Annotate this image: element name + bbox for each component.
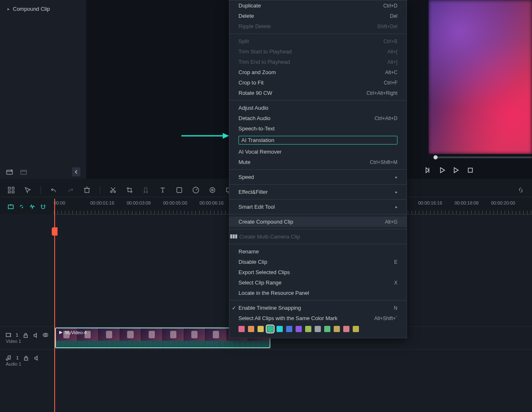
color-swatch[interactable] <box>258 326 264 332</box>
menu-item-effect-filter[interactable]: Effect&Filter▸ <box>229 187 407 197</box>
menu-item-ai-translation[interactable]: AI Translation <box>229 134 407 147</box>
add-track-icon[interactable] <box>7 203 14 210</box>
menu-item-select-all-clips-with-the-same-color-mark[interactable]: Select All Clips with the Same Color Mar… <box>229 313 407 323</box>
menu-item-speech-to-text[interactable]: Speech-to-Text <box>229 123 407 134</box>
color-swatch[interactable] <box>343 326 349 332</box>
mask-icon[interactable] <box>176 186 183 194</box>
track-count: 1 <box>16 332 18 337</box>
menu-item-delete[interactable]: DeleteDel <box>229 11 407 21</box>
menu-item-label: Delete <box>238 13 390 19</box>
menu-item-enable-timeline-snapping[interactable]: ✓Enable Timeline SnappingN <box>229 303 407 313</box>
menu-item-crop-to-fit[interactable]: Crop to FitCtrl+F <box>229 77 407 88</box>
color-swatch[interactable] <box>296 326 302 332</box>
folder-icon[interactable] <box>20 168 27 176</box>
menu-item-ripple-delete: Ripple DeleteShift+Del <box>229 21 407 31</box>
cut-icon[interactable] <box>109 186 117 194</box>
menu-item-label: Duplicate <box>238 2 383 9</box>
svg-rect-1 <box>21 170 26 174</box>
preview-progress[interactable] <box>428 154 532 161</box>
chevron-right-icon: ▸ <box>395 190 397 194</box>
menu-item-rotate-90-cw[interactable]: Rotate 90 CWCtrl+Alt+Right <box>229 88 407 98</box>
menu-item-adjust-audio[interactable]: Adjust Audio <box>229 103 407 113</box>
svg-point-15 <box>212 189 213 191</box>
chevron-left-icon <box>74 170 78 174</box>
new-folder-icon[interactable] <box>6 168 13 176</box>
menu-item-export-selected-clips[interactable]: Export Selected Clips <box>229 267 407 277</box>
text-icon[interactable] <box>159 186 166 194</box>
play-icon[interactable] <box>438 166 446 174</box>
color-swatch[interactable] <box>305 326 311 332</box>
menu-item-create-compound-clip[interactable]: Create Compound ClipAlt+G <box>229 217 407 227</box>
playhead-grip[interactable] <box>52 227 58 236</box>
menu-item-locate-in-the-resource-panel[interactable]: Locate in the Resource Panel <box>229 288 407 298</box>
pointer-icon[interactable] <box>24 186 31 194</box>
color-swatch[interactable] <box>267 326 273 332</box>
menu-item-rename[interactable]: Rename <box>229 246 407 257</box>
prev-frame-icon[interactable] <box>424 166 432 174</box>
svg-rect-20 <box>24 335 27 337</box>
redo-icon[interactable] <box>67 186 74 194</box>
track-content-audio[interactable] <box>54 349 532 372</box>
undo-icon[interactable] <box>50 186 58 194</box>
collapse-sidebar-button[interactable] <box>72 167 80 176</box>
color-swatch[interactable] <box>353 326 359 332</box>
ruler-tick: 00:00:01:16 <box>90 200 114 205</box>
menu-item-shortcut: Ctrl+Alt+Right <box>366 90 397 96</box>
lock-icon[interactable] <box>23 355 29 361</box>
track-name: Video 1 <box>6 339 48 344</box>
menu-item-disable-clip[interactable]: Disable ClipE <box>229 257 407 267</box>
menu-item-label: Ripple Delete <box>238 23 377 29</box>
svg-rect-19 <box>6 333 10 337</box>
ruler-tick: 00:00:20:00 <box>491 200 515 205</box>
menu-item-smart-edit-tool[interactable]: Smart Edit Tool▸ <box>229 202 407 212</box>
slider-track[interactable] <box>433 157 532 158</box>
menu-item-label: Disable Clip <box>238 259 394 265</box>
clip-waveform <box>56 341 270 348</box>
crop-icon[interactable] <box>126 186 133 194</box>
color-swatch[interactable] <box>238 326 245 332</box>
preview-viewport <box>428 0 532 154</box>
svg-rect-23 <box>24 358 28 360</box>
menu-item-shortcut: Alt+C <box>385 70 397 75</box>
track-label-audio: 1 Audio 1 <box>0 353 54 368</box>
color-swatch[interactable] <box>324 326 330 332</box>
sidebar-item-compound-clip[interactable]: ▸ Compound Clip <box>4 3 82 14</box>
color-swatch[interactable] <box>277 326 283 332</box>
menu-item-label: AI Translation <box>238 136 397 145</box>
menu-item-mute[interactable]: MuteCtrl+Shift+M <box>229 157 407 167</box>
magnet-icon[interactable] <box>40 203 46 210</box>
menu-item-speed[interactable]: Speed▸ <box>229 172 407 182</box>
grid-icon[interactable] <box>7 186 15 194</box>
lock-icon[interactable] <box>23 332 28 338</box>
svg-rect-12 <box>177 188 182 193</box>
color-swatch[interactable] <box>286 326 292 332</box>
menu-item-shortcut: Shift+Del <box>377 24 397 29</box>
menu-item-select-clip-range[interactable]: Select Clip RangeX <box>229 277 407 288</box>
check-icon: ✓ <box>232 305 238 311</box>
link-track-icon[interactable] <box>18 203 25 210</box>
menu-item-detach-audio[interactable]: Detach AudioCtrl+Alt+D <box>229 113 407 123</box>
menu-item-duplicate[interactable]: DuplicateCtrl+D <box>229 0 407 11</box>
menu-item-label: Export Selected Clips <box>238 269 397 275</box>
mute-track-icon[interactable] <box>34 355 39 361</box>
menu-item-crop-and-zoom[interactable]: Crop and ZoomAlt+C <box>229 67 407 77</box>
visibility-icon[interactable] <box>43 332 48 338</box>
stop-icon[interactable] <box>467 166 474 174</box>
delete-icon[interactable] <box>83 186 91 194</box>
link-icon[interactable] <box>517 186 525 194</box>
speed-icon[interactable] <box>192 186 200 194</box>
menu-item-label: Smart Edit Tool <box>238 204 392 210</box>
audio-tool-icon[interactable] <box>142 186 150 194</box>
slider-thumb[interactable] <box>433 155 438 159</box>
menu-item-trim-start-to-playhead: Trim Start to PlayheadAlt+[ <box>229 46 407 57</box>
menu-separator <box>229 34 407 34</box>
color-swatch[interactable] <box>334 326 340 332</box>
menu-item-ai-vocal-remover[interactable]: AI Vocal Remover <box>229 147 407 157</box>
color-swatch[interactable] <box>248 326 254 332</box>
next-icon[interactable] <box>453 166 460 174</box>
color-swatch[interactable] <box>315 326 321 332</box>
wave-track-icon[interactable] <box>29 203 36 210</box>
color-icon[interactable] <box>209 186 216 194</box>
menu-item-shortcut: Ctrl+D <box>383 3 397 9</box>
mute-track-icon[interactable] <box>33 332 38 338</box>
